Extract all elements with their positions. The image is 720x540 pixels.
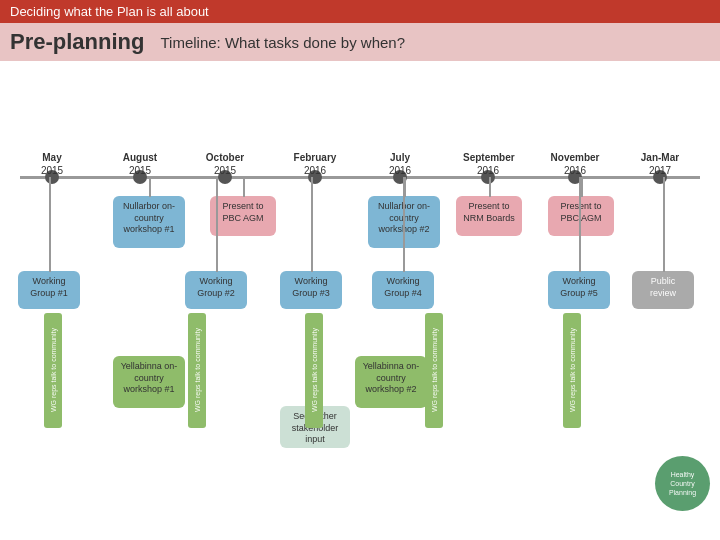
date-label-janmar2017: Jan-Mar2017 [635,151,685,177]
connector-wg-4 [579,177,581,272]
arrow-3-label: WG reps talk to community [309,324,320,416]
arrow-2: WG reps talk to community [188,313,206,428]
logo: Healthy Country Planning [655,456,710,511]
arrow-4: WG reps talk to community [425,313,443,428]
connector-upper-1 [243,177,245,197]
date-label-oct2015: October2015 [200,151,250,177]
date-label-may2015: May2015 [27,151,77,177]
connector-wg-3 [403,177,405,272]
arrow-1: WG reps talk to community [44,313,62,428]
wg5-card: Working Group #5 [548,271,610,309]
header-bar: Deciding what the Plan is all about [0,0,720,23]
subheader: Pre-planning Timeline: What tasks done b… [0,23,720,61]
wg1-card: Working Group #1 [18,271,80,309]
connector-upper-3 [489,177,491,197]
subheader-subtitle: Timeline: What tasks done by when? [160,34,405,51]
date-label-feb2016: February2016 [290,151,340,177]
arrow-3: WG reps talk to community [305,313,323,428]
connector-upper-0 [149,177,151,197]
wg4-card: Working Group #4 [372,271,434,309]
logo-line2: Country [670,479,695,488]
date-label-nov2016: November2016 [550,151,600,177]
present-pbc1-card: Present to PBC AGM [210,196,276,236]
present-nrm-card: Present to NRM Boards [456,196,522,236]
nullarbor1-card: Nullarbor on-country workshop #1 [113,196,185,248]
logo-line1: Healthy [671,470,695,479]
present-pbc2-card: Present to PBC AGM [548,196,614,236]
date-label-aug2015: August2015 [115,151,165,177]
arrow-2-label: WG reps talk to community [192,324,203,416]
arrow-1-label: WG reps talk to community [48,324,59,416]
yellabinna2-card: Yellabinna on-country workshop #2 [355,356,427,408]
wg2-card: Working Group #2 [185,271,247,309]
connector-wg-5 [663,177,665,272]
header-title: Deciding what the Plan is all about [10,4,209,19]
logo-line3: Planning [669,488,696,497]
subheader-title: Pre-planning [10,29,144,55]
arrow-4-label: WG reps talk to community [429,324,440,416]
arrow-5: WG reps talk to community [563,313,581,428]
date-label-jul2016: July2016 [375,151,425,177]
connector-wg-0 [49,177,51,272]
date-label-sep2016: September2016 [463,151,513,177]
connector-wg-1 [216,177,218,272]
yellabinna1-card: Yellabinna on-country workshop #1 [113,356,185,408]
connector-wg-2 [311,177,313,272]
public-review-card: Public review [632,271,694,309]
connector-upper-4 [581,177,583,197]
timeline-area: Working Group #1 Working Group #2 Workin… [0,61,720,521]
wg3-card: Working Group #3 [280,271,342,309]
arrow-5-label: WG reps talk to community [567,324,578,416]
